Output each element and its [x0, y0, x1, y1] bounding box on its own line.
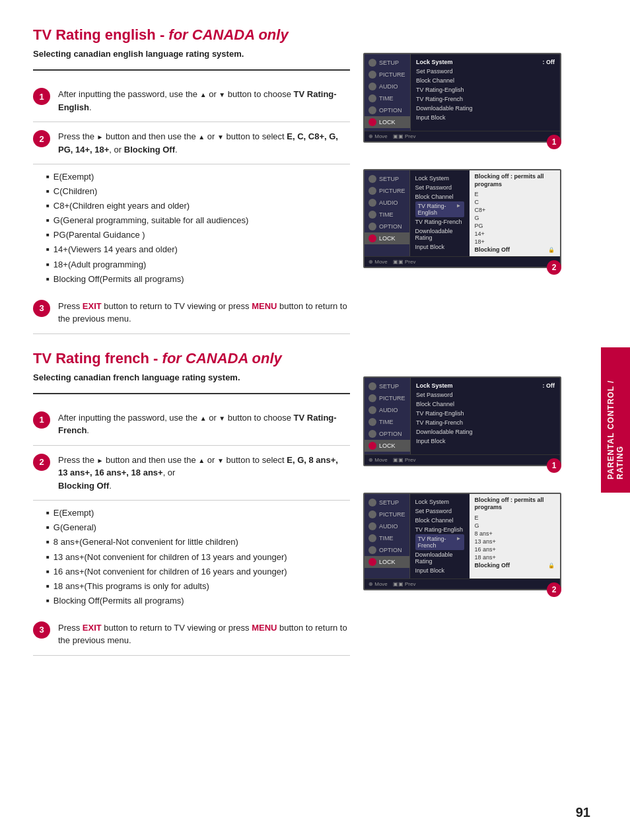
step-2-text: Press the button and then use the or but… [58, 130, 350, 156]
step-3-text: Press EXIT button to return to TV viewin… [58, 300, 350, 326]
french-screen-badge-1: 1 [547, 458, 561, 473]
french-step-2: 2 Press the button and then use the or b… [33, 446, 350, 501]
english-step-2: 2 Press the button and then use the or b… [33, 122, 350, 164]
french-bullet-g: G(General) [46, 520, 350, 535]
french-screen-1: SETUP PICTURE AUDIO TIME OPTION LOCK Loc… [363, 376, 561, 466]
tv-footer-2: ⊕ Move ▣▣ Prev [365, 256, 560, 267]
sidebar-audio-2: AUDIO [365, 197, 409, 209]
fsidebar-audio-2: AUDIO [365, 520, 409, 532]
menu-input-block: Input Block [416, 113, 555, 122]
sidebar-audio: AUDIO [365, 81, 410, 92]
sidebar-option-2: OPTION [365, 221, 409, 232]
menu-downloadable-rating-2: Downloadable Rating [415, 227, 464, 242]
audio-icon [368, 83, 376, 90]
french-bullet-list: E(Exempt) G(General) 8 ans+(General-Not … [33, 501, 350, 613]
submenu-14: 14+ [475, 230, 555, 238]
fmenu-block-channel: Block Channel [416, 400, 555, 409]
sidebar-time: TIME [365, 92, 410, 104]
fsubmenu-e: E [475, 514, 555, 522]
english-left-col: TV Rating english - for CANADA only Sele… [33, 26, 350, 334]
fmenu-set-password-2: Set Password [415, 507, 464, 516]
fsubmenu-13: 13 ans+ [475, 538, 555, 545]
french-bullet-8: 8 ans+(General-Not convenient for little… [46, 535, 350, 549]
fmenu-set-password: Set Password [416, 390, 555, 400]
english-top-divider [33, 69, 350, 71]
english-section: TV Rating english - for CANADA only Sele… [33, 26, 568, 334]
tv-menu-2: Lock System Set Password Block Channel T… [410, 170, 470, 256]
french-step-1-circle: 1 [33, 411, 50, 429]
flock-icon-2 [368, 558, 376, 566]
fmenu-input-block: Input Block [416, 437, 555, 446]
sidebar-rating-label: PARENTAL CONTROL / RATING [601, 347, 630, 493]
english-screen-2-wrap: SETUP PICTURE AUDIO TIME OPTION LOCK Loc… [363, 169, 568, 268]
foption-icon [368, 430, 376, 438]
fsetup-icon-2 [368, 499, 376, 507]
page-number: 91 [576, 805, 590, 820]
french-left-col: TV Rating french - for CANADA only Selec… [33, 350, 350, 656]
french-subtitle: Selecting canadian french language ratin… [33, 372, 350, 382]
french-screen-2-wrap: SETUP PICTURE AUDIO TIME OPTION LOCK Loc… [363, 493, 568, 590]
french-step-1-text: After inputting the password, use the or… [58, 411, 350, 437]
tv-sidebar-2: SETUP PICTURE AUDIO TIME OPTION LOCK [365, 170, 410, 256]
english-step-1: 1 After inputting the password, use the … [33, 80, 350, 122]
lock-icon [368, 118, 376, 126]
sidebar-picture: PICTURE [365, 69, 410, 81]
tv-footer-french-2: ⊕ Move ▣▣ Prev [365, 578, 560, 589]
fsubmenu-blocking: Blocking Off [475, 561, 555, 569]
fsidebar-lock-2: LOCK [365, 556, 409, 568]
menu-block-channel: Block Channel [416, 76, 555, 85]
english-screen-1-wrap: SETUP PICTURE AUDIO TIME OPTION LOCK Loc… [363, 53, 568, 143]
french-step-3-text: Press EXIT button to return to TV viewin… [58, 621, 350, 647]
french-section: TV Rating french - for CANADA only Selec… [33, 350, 568, 656]
setup-icon-2 [368, 175, 376, 183]
french-bullet-13: 13 ans+(Not convenient for children of 1… [46, 550, 350, 565]
menu-tv-rating-english-2: TV Rating-English► [415, 201, 464, 217]
fsidebar-audio: AUDIO [365, 404, 410, 416]
fmenu-downloadable-rating: Downloadable Rating [416, 427, 555, 437]
time-icon [368, 94, 376, 102]
french-bullet-16: 16 ans+(Not convenient for children of 1… [46, 565, 350, 579]
time-icon-2 [368, 211, 376, 219]
fsidebar-time: TIME [365, 416, 410, 428]
faudio-icon-2 [368, 522, 376, 530]
sidebar-lock: LOCK [365, 116, 410, 128]
ftime-icon [368, 418, 376, 426]
english-title: TV Rating english - for CANADA only [33, 26, 350, 44]
fmenu-downloadable-rating-2: Downloadable Rating [415, 550, 464, 566]
english-step-3: 3 Press EXIT button to return to TV view… [33, 292, 350, 334]
sidebar-picture-2: PICTURE [365, 185, 409, 197]
submenu-pg: PG [475, 222, 555, 230]
tv-sidebar-french-2: SETUP PICTURE AUDIO TIME OPTION LOCK [365, 494, 410, 578]
faudio-icon [368, 406, 376, 414]
fsidebar-option-2: OPTION [365, 544, 409, 556]
bullet-pg: PG(Parental Guidance ) [46, 228, 350, 242]
fsubmenu-18: 18 ans+ [475, 553, 555, 561]
option-icon-2 [368, 223, 376, 230]
french-screen-2: SETUP PICTURE AUDIO TIME OPTION LOCK Loc… [363, 493, 561, 590]
fsidebar-setup: SETUP [365, 380, 410, 392]
sidebar-option: OPTION [365, 104, 410, 116]
bullet-e: E(Exempt) [46, 170, 350, 184]
menu-input-block-2: Input Block [415, 242, 464, 252]
fmenu-tv-rating-english: TV Rating-English [416, 409, 555, 418]
submenu-g: G [475, 214, 555, 222]
foption-icon-2 [368, 546, 376, 554]
sidebar-setup: SETUP [365, 57, 410, 69]
fsubmenu-g: G [475, 522, 555, 530]
menu-tv-rating-french-2: TV Rating-French [415, 217, 464, 227]
english-screen-2: SETUP PICTURE AUDIO TIME OPTION LOCK Loc… [363, 169, 561, 268]
french-step-3: 3 Press EXIT button to return to TV view… [33, 613, 350, 656]
fsetup-icon [368, 382, 376, 390]
audio-icon-2 [368, 199, 376, 207]
bullet-blocking: Blocking Off(Permits all programs) [46, 272, 350, 287]
submenu-title-english: Blocking off : permits all programs [475, 173, 555, 188]
picture-icon-2 [368, 187, 376, 195]
fmenu-lock-system-2: Lock System [415, 497, 464, 507]
fsubmenu-title: Blocking off : permits all programs [475, 497, 555, 512]
submenu-lock-icon [548, 246, 555, 253]
french-bullet-e: E(Exempt) [46, 506, 350, 520]
menu-set-password-2: Set Password [415, 183, 464, 192]
fpicture-icon-2 [368, 510, 376, 518]
fsubmenu-16: 16 ans+ [475, 545, 555, 553]
tv-footer-1: ⊕ Move ▣▣ Prev [365, 131, 560, 141]
